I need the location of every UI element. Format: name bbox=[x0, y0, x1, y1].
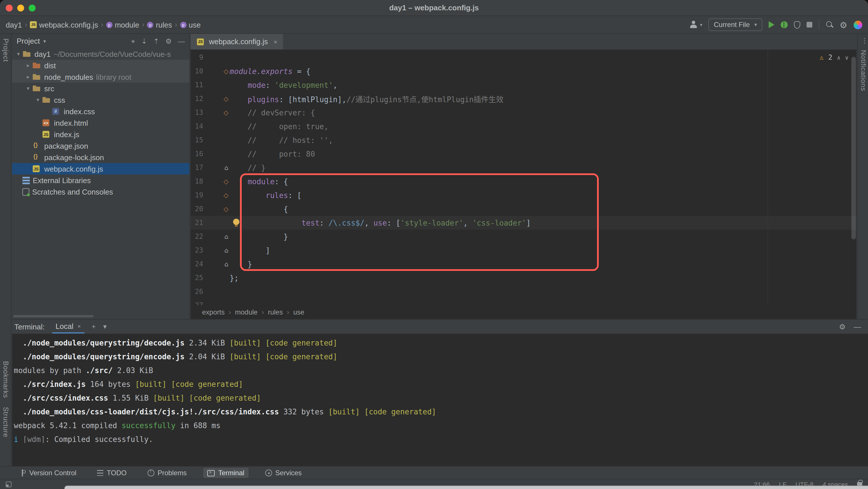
tree-item-index-css[interactable]: index.css bbox=[12, 106, 189, 117]
gutter-diamond-icon[interactable]: ◇ bbox=[203, 109, 229, 116]
editor-crumb-module[interactable]: module bbox=[235, 308, 258, 316]
kebab-menu-icon[interactable]: ⋮ bbox=[861, 37, 868, 45]
editor-crumb-use[interactable]: use bbox=[293, 308, 304, 316]
tree-item-webpack-config-js[interactable]: webpack.config.js bbox=[12, 163, 189, 174]
search-icon[interactable] bbox=[825, 21, 833, 29]
gutter-pentagon-icon[interactable]: ⌂ bbox=[203, 233, 229, 240]
code-text[interactable]: plugins: [htmlPlugin],//通过plugins节点,使htm… bbox=[229, 93, 857, 104]
code-text[interactable]: } bbox=[229, 232, 857, 241]
next-warning-icon[interactable]: ∨ bbox=[845, 54, 848, 61]
zoom-window-icon[interactable] bbox=[29, 5, 36, 11]
line-number[interactable]: 25 bbox=[191, 274, 203, 282]
code-text[interactable]: { bbox=[229, 205, 857, 213]
tree-item-node-modules[interactable]: ▸node_moduleslibrary root bbox=[12, 71, 189, 83]
line-number[interactable]: 20 bbox=[191, 205, 203, 213]
nav-crumb-day1[interactable]: day1 bbox=[6, 20, 22, 29]
code-text[interactable]: // devServer: { bbox=[229, 108, 857, 117]
user-icon[interactable] bbox=[690, 21, 698, 29]
terminal-tab-local[interactable]: Local × bbox=[52, 320, 84, 333]
tree-item-scratches-and-consoles[interactable]: Scratches and Consoles bbox=[12, 186, 189, 197]
code-line-17[interactable]: 17⌂ // } bbox=[191, 161, 857, 174]
line-number[interactable]: 19 bbox=[191, 191, 203, 199]
code-line-14[interactable]: 14 // open: true, bbox=[191, 119, 857, 133]
line-number[interactable]: 27 bbox=[191, 301, 203, 305]
code-line-19[interactable]: 19◇ rules: [ bbox=[191, 188, 857, 202]
line-number[interactable]: 24 bbox=[191, 260, 203, 268]
line-number[interactable]: 15 bbox=[191, 136, 203, 144]
run-icon[interactable] bbox=[768, 21, 774, 28]
code-text[interactable]: module: { bbox=[229, 177, 857, 186]
tree-item-package-lock-json[interactable]: package-lock.json bbox=[12, 152, 189, 163]
code-text[interactable]: rules: [ bbox=[229, 191, 857, 199]
settings-gear-icon[interactable]: ⚙ bbox=[840, 20, 847, 29]
collapse-all-icon[interactable]: ⇡ bbox=[153, 37, 159, 45]
code-text[interactable]: module.exports = { bbox=[229, 67, 857, 75]
line-number[interactable]: 16 bbox=[191, 150, 203, 158]
stripe-notifications-label[interactable]: Notifications bbox=[859, 50, 867, 91]
tree-item-index-html[interactable]: index.html bbox=[12, 117, 189, 129]
code-line-13[interactable]: 13◇ // devServer: { bbox=[191, 106, 857, 119]
editor-tab-webpack-config-js[interactable]: webpack.config.js × bbox=[191, 34, 283, 50]
code-text[interactable]: mode: 'development', bbox=[229, 80, 857, 89]
gutter-diamond-icon[interactable]: ◇ bbox=[203, 205, 229, 213]
nav-crumb-webpack-config-js[interactable]: JSwebpack.config.js bbox=[30, 20, 98, 29]
panel-settings-gear-icon[interactable]: ⚙ bbox=[165, 37, 172, 45]
toolwindow-button-terminal[interactable]: Terminal bbox=[203, 467, 248, 478]
project-panel-header[interactable]: Project ▾ ⌖ ⇣ ⇡ ⚙ — bbox=[12, 34, 189, 48]
horizontal-scrollbar[interactable] bbox=[13, 315, 94, 317]
code-text[interactable]: test: /\.css$/, use: ['style-loader', 'c… bbox=[229, 218, 857, 227]
editor-crumb-exports[interactable]: exports bbox=[202, 308, 225, 316]
code-line-26[interactable]: 26 bbox=[191, 285, 857, 298]
gutter-diamond-icon[interactable]: ◇ bbox=[203, 95, 229, 102]
minimize-window-icon[interactable] bbox=[17, 5, 24, 11]
nav-crumb-module[interactable]: pmodule bbox=[106, 20, 139, 29]
code-line-24[interactable]: 24⌂ } bbox=[191, 257, 857, 271]
code-text[interactable]: ] bbox=[229, 246, 857, 255]
code-line-15[interactable]: 15 // // host: '', bbox=[191, 133, 857, 147]
hide-terminal-icon[interactable]: — bbox=[854, 322, 861, 331]
code-text[interactable]: // } bbox=[229, 163, 857, 172]
line-number[interactable]: 22 bbox=[191, 232, 203, 240]
nav-crumb-rules[interactable]: prules bbox=[147, 20, 172, 29]
terminal-settings-gear-icon[interactable]: ⚙ bbox=[839, 322, 846, 331]
nav-crumb-use[interactable]: puse bbox=[180, 20, 200, 29]
tool-window-switcher-icon[interactable] bbox=[6, 481, 11, 487]
chevron-down-icon[interactable]: ▾ bbox=[43, 38, 46, 44]
code-line-9[interactable]: 9 bbox=[191, 51, 857, 64]
line-number[interactable]: 9 bbox=[191, 53, 203, 61]
tree-item-src[interactable]: ▾src bbox=[12, 83, 189, 94]
terminal-dropdown-icon[interactable]: ▾ bbox=[103, 323, 106, 331]
code-line-12[interactable]: 12◇ plugins: [htmlPlugin],//通过plugins节点,… bbox=[191, 92, 857, 106]
locate-file-icon[interactable]: ⌖ bbox=[131, 37, 135, 45]
terminal-output[interactable]: ./node_modules/querystring/decode.js 2.3… bbox=[12, 334, 868, 446]
gutter-diamond-icon[interactable]: ◇ bbox=[203, 177, 229, 185]
code-line-20[interactable]: 20◇ { bbox=[191, 202, 857, 216]
code-text[interactable]: }; bbox=[229, 273, 857, 282]
tree-item-css[interactable]: ▾css bbox=[12, 94, 189, 106]
line-number[interactable]: 13 bbox=[191, 108, 203, 117]
inspection-widget[interactable]: ⚠ 2 ∧ ∨ bbox=[819, 53, 848, 61]
close-terminal-tab-icon[interactable]: × bbox=[78, 323, 81, 329]
user-dropdown-caret-icon[interactable]: ▾ bbox=[700, 22, 702, 27]
gradient-plugin-icon[interactable] bbox=[854, 20, 862, 29]
line-number[interactable]: 10 bbox=[191, 67, 203, 75]
code-line-25[interactable]: 25}; bbox=[191, 271, 857, 285]
line-number[interactable]: 14 bbox=[191, 122, 203, 130]
code-line-18[interactable]: 18◇ module: { bbox=[191, 174, 857, 188]
stripe-structure-label[interactable]: Structure bbox=[2, 407, 10, 437]
code-line-23[interactable]: 23⌂ ] bbox=[191, 243, 857, 257]
stripe-bookmarks-label[interactable]: Bookmarks bbox=[2, 361, 10, 398]
gutter-diamond-icon[interactable]: ◇ bbox=[203, 191, 229, 199]
toolwindow-button-services[interactable]: Services bbox=[261, 467, 306, 478]
code-area[interactable]: 910◇module.exports = {11 mode: 'developm… bbox=[191, 50, 857, 305]
close-window-icon[interactable] bbox=[6, 5, 12, 11]
chevron-down-icon[interactable]: ▾ bbox=[24, 86, 32, 91]
chevron-down-icon[interactable]: ▾ bbox=[14, 51, 22, 57]
toolwindow-button-version-control[interactable]: Version Control bbox=[15, 467, 81, 478]
line-number[interactable]: 11 bbox=[191, 81, 203, 89]
tree-item-dist[interactable]: ▸dist bbox=[12, 60, 189, 71]
chevron-right-icon[interactable]: ▸ bbox=[24, 63, 32, 68]
new-terminal-tab-icon[interactable]: + bbox=[92, 323, 96, 331]
code-text[interactable]: // // host: '', bbox=[229, 136, 857, 144]
code-line-22[interactable]: 22⌂ } bbox=[191, 230, 857, 243]
